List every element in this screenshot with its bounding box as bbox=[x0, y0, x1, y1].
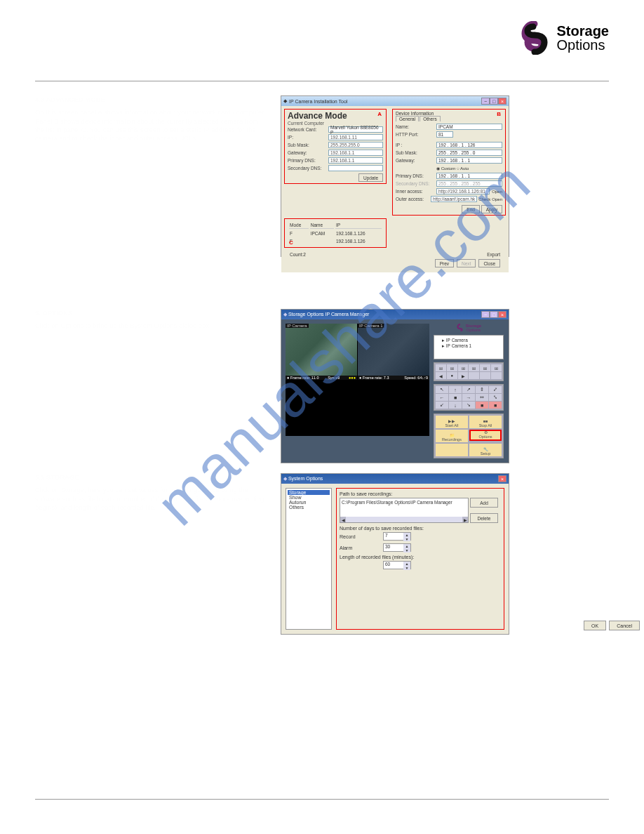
prev-button[interactable]: Prev bbox=[435, 259, 454, 267]
table-row[interactable]: F192.168.1.126 bbox=[289, 238, 382, 244]
delete-button[interactable]: Delete bbox=[470, 513, 498, 523]
minimize-button[interactable]: − bbox=[481, 311, 490, 318]
recordings-button[interactable]: 📁Recordings bbox=[436, 430, 468, 442]
devices-table: ModeNameIP FIPCAM192.168.1.126 F192.168.… bbox=[288, 220, 383, 246]
camera-view-4[interactable] bbox=[358, 380, 429, 437]
view-controls[interactable]: ⊞⊞⊞⊞⊞⊞ ◀●▶ bbox=[434, 362, 504, 381]
close-button[interactable]: × bbox=[498, 98, 507, 105]
add-button[interactable]: Add bbox=[470, 498, 498, 508]
primary-dns-input[interactable]: 192 . 168 . 1 . 1 bbox=[436, 173, 502, 179]
alarm-days-spinner[interactable]: 30▲▼ bbox=[383, 543, 411, 552]
http-port-input[interactable]: 81 bbox=[436, 131, 453, 138]
name-input[interactable]: IPCAM bbox=[436, 124, 502, 130]
brand-logo: Storage Options bbox=[518, 21, 609, 55]
gateway-input[interactable]: 192 . 168 . 1 . 1 bbox=[436, 157, 502, 164]
stop-all-button[interactable]: ■■Stop All bbox=[469, 416, 502, 428]
length-spinner[interactable]: 60▲▼ bbox=[383, 561, 411, 569]
section-5-1: 5.1 STORAGE Click on Storage; here you c… bbox=[35, 473, 267, 635]
menu-show[interactable]: Show bbox=[288, 495, 330, 500]
section-4-3: 4.3 ADVANCED MODE On this screen panel A… bbox=[35, 95, 267, 257]
options-menu[interactable]: Storage Show Autorun Others bbox=[286, 488, 332, 630]
advance-mode-heading: Advance Mode bbox=[288, 111, 383, 121]
bottom-divider bbox=[35, 799, 609, 800]
close-button[interactable]: Close bbox=[478, 259, 500, 267]
window-titlebar: ◆ System Options × bbox=[281, 474, 509, 484]
empty-button bbox=[436, 444, 468, 456]
logo-icon bbox=[518, 21, 551, 55]
apply-button[interactable]: Apply bbox=[481, 205, 502, 213]
menu-autorun[interactable]: Autorun bbox=[288, 500, 330, 505]
camera-view-3[interactable] bbox=[286, 380, 357, 437]
maximize-button[interactable]: □ bbox=[490, 98, 498, 105]
ok-button[interactable]: OK bbox=[584, 621, 606, 630]
camera-view-2[interactable]: IP Camera 1 ● Frame rate: 7.3Speed: 64↓↑… bbox=[358, 324, 429, 380]
record-days-spinner[interactable]: 7▲▼ bbox=[383, 532, 411, 541]
install-tool-screenshot: ◆IP Camera Installation Tool − □ × Advan… bbox=[281, 95, 509, 257]
close-button[interactable]: × bbox=[498, 475, 507, 482]
cancel-button[interactable]: Cancel bbox=[609, 621, 640, 630]
window-titlebar: ◆ Storage Options IP Camera Manager − □ … bbox=[281, 310, 509, 319]
check-outer-link[interactable]: Check bbox=[478, 197, 490, 201]
ip-input[interactable]: 192 . 168 . 1 . 126 bbox=[436, 142, 502, 148]
submask-input[interactable]: 255 . 255 . 255 . 0 bbox=[436, 150, 502, 156]
setup-button[interactable]: 🔧Setup bbox=[469, 444, 502, 456]
panel-logo: StorageOptions bbox=[434, 324, 504, 332]
camera-tree[interactable]: ▸ IP Camera ▸ IP Camera 1 bbox=[434, 335, 504, 359]
window-titlebar: ◆IP Camera Installation Tool − □ × bbox=[281, 96, 509, 106]
tab-general[interactable]: General bbox=[396, 116, 419, 121]
maximize-button[interactable]: □ bbox=[490, 311, 498, 318]
export-link[interactable]: Export bbox=[487, 252, 500, 257]
minimize-button[interactable]: − bbox=[481, 98, 490, 105]
path-list[interactable]: C:\Program Files\Storage Options\IP Came… bbox=[340, 498, 469, 523]
camera-view-1[interactable]: IP Camera ● Frame rate: 11.0Syn:+9 ●●● bbox=[286, 324, 357, 380]
ptz-controls[interactable]: ↖↑↗⇕⤢ ←■→⇔⤡ ↙↓↘■■ bbox=[434, 384, 504, 411]
menu-storage[interactable]: Storage bbox=[288, 490, 330, 495]
start-all-button[interactable]: ▶▶Start All bbox=[436, 416, 468, 428]
camera-manager-screenshot: ◆ Storage Options IP Camera Manager − □ … bbox=[281, 309, 509, 463]
table-row[interactable]: FIPCAM192.168.1.126 bbox=[289, 230, 382, 237]
options-button[interactable]: ⚙Options bbox=[469, 430, 502, 441]
network-card-select[interactable]: Marvell Yukon 88E8056 P bbox=[328, 126, 383, 133]
close-button[interactable]: × bbox=[498, 311, 507, 318]
system-options-screenshot: ◆ System Options × Storage Show Autorun … bbox=[281, 473, 509, 635]
open-outer-link[interactable]: Open bbox=[492, 197, 502, 201]
tab-others[interactable]: Others bbox=[420, 116, 441, 121]
end-button[interactable]: End bbox=[462, 205, 480, 213]
open-inner-link[interactable]: Open bbox=[492, 190, 502, 194]
update-button[interactable]: Update bbox=[358, 173, 383, 182]
section-5: 5. OPTIONS Click on Options to bring up … bbox=[35, 309, 267, 463]
menu-others[interactable]: Others bbox=[288, 505, 330, 510]
top-divider bbox=[35, 81, 609, 81]
next-button: Next bbox=[457, 259, 476, 267]
